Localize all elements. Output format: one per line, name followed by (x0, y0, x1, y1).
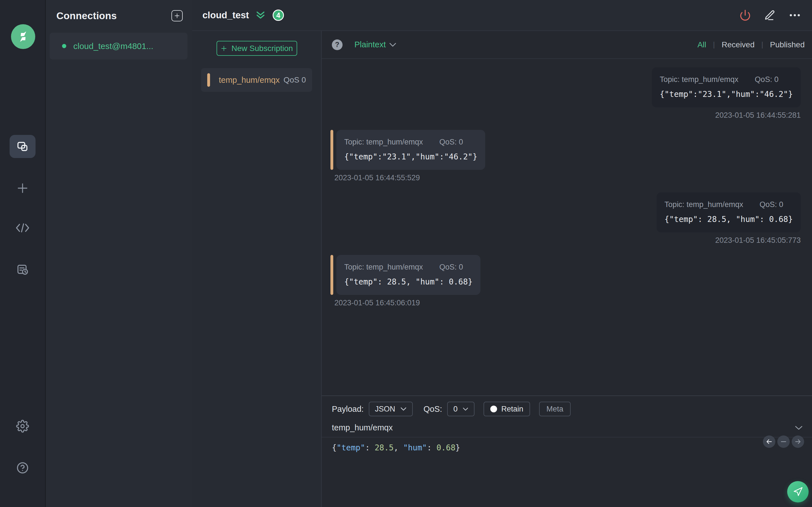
messages-toolbar: ? Plaintext All | Received | (322, 31, 812, 59)
message-format-value: Plaintext (354, 40, 386, 49)
disconnect-button[interactable] (739, 9, 751, 21)
message-topic: Topic: temp_hum/emqx (344, 137, 423, 147)
message-timestamp: 2023-01-05 16:44:55:529 (335, 173, 420, 182)
message-topic: Topic: temp_hum/emqx (660, 75, 739, 84)
filter-published[interactable]: Published (770, 40, 805, 49)
power-icon (739, 9, 751, 21)
sidebar-item-help[interactable] (16, 461, 29, 474)
subscription-color-bar (207, 73, 210, 87)
meta-label: Meta (546, 405, 563, 413)
message-card[interactable]: Topic: temp_hum/emqx QoS: 0 {"temp": 28.… (336, 255, 480, 295)
published-message: Topic: temp_hum/emqx QoS: 0 {"temp": 28.… (331, 192, 801, 245)
payload-token: 0.68 (437, 443, 455, 452)
retain-dot-icon (490, 406, 497, 412)
message-card[interactable]: Topic: temp_hum/emqx QoS: 0 {"temp":"23.… (336, 130, 485, 170)
received-color-bar (331, 130, 333, 170)
icon-sidebar (0, 0, 46, 507)
payload-token: { (332, 443, 337, 452)
ellipsis-icon (789, 9, 801, 21)
payload-token: } (455, 443, 460, 452)
payload-format-value: JSON (375, 405, 395, 413)
chevron-down-icon (463, 407, 468, 411)
message-timestamp: 2023-01-05 16:44:55:281 (715, 111, 801, 120)
payload-format-select[interactable]: JSON (369, 402, 413, 416)
connections-title: Connections (56, 10, 117, 21)
qos-value: 0 (453, 405, 458, 413)
qos-select[interactable]: 0 (447, 402, 474, 416)
subscription-item[interactable]: temp_hum/emqx QoS 0 (201, 68, 312, 92)
published-message: Topic: temp_hum/emqx QoS: 0 {"temp":"23.… (331, 67, 801, 120)
edit-connection-button[interactable] (764, 9, 776, 21)
collapse-connection-icon[interactable] (256, 11, 265, 20)
connection-name: cloud_test@m4801... (73, 41, 153, 51)
message-format-select[interactable]: Plaintext (354, 40, 396, 49)
payload-format-label: Payload: (332, 404, 364, 414)
sidebar-item-settings[interactable] (16, 420, 29, 433)
plus-icon (174, 13, 180, 19)
main-panel: cloud_test 4 (192, 0, 812, 507)
connection-title: cloud_test (202, 10, 249, 20)
history-next-button[interactable] (792, 436, 804, 448)
edit-pencil-icon (764, 9, 776, 21)
message-qos: QoS: 0 (439, 262, 463, 272)
message-qos: QoS: 0 (760, 200, 783, 209)
collapse-editor-icon[interactable] (795, 425, 803, 431)
message-payload: {"temp": 28.5, "hum": 0.68} (665, 214, 793, 225)
sidebar-item-log[interactable] (16, 263, 29, 276)
message-filters: All | Received | Published (698, 40, 805, 49)
history-prev-button[interactable] (763, 436, 775, 448)
new-subscription-label: New Subscription (232, 44, 293, 53)
new-connection-icon (16, 182, 29, 194)
plus-icon (220, 45, 227, 52)
message-list: Topic: temp_hum/emqx QoS: 0 {"temp":"23.… (322, 59, 812, 395)
received-message: Topic: temp_hum/emqx QoS: 0 {"temp":"23.… (331, 130, 801, 182)
connection-header: cloud_test 4 (192, 0, 812, 31)
send-message-button[interactable] (787, 481, 809, 503)
message-timestamp: 2023-01-05 16:45:06:019 (335, 298, 420, 307)
message-payload: {"temp": 28.5, "hum": 0.68} (344, 276, 472, 288)
connection-list-item[interactable]: cloud_test@m4801... (50, 33, 188, 59)
qos-label: QoS: (423, 404, 442, 414)
message-card[interactable]: Topic: temp_hum/emqx QoS: 0 {"temp":"23.… (652, 67, 801, 107)
connected-status-dot (62, 44, 66, 48)
sidebar-item-script[interactable] (15, 222, 30, 234)
add-connection-button[interactable] (171, 10, 183, 21)
received-message: Topic: temp_hum/emqx QoS: 0 {"temp": 28.… (331, 255, 801, 307)
message-payload: {"temp":"23.1","hum":"46.2"} (660, 89, 793, 100)
message-timestamp: 2023-01-05 16:45:05:773 (715, 236, 801, 245)
sidebar-item-new-connection[interactable] (16, 182, 29, 194)
message-topic: Topic: temp_hum/emqx (665, 200, 743, 209)
subscriptions-column: New Subscription temp_hum/emqx QoS 0 (192, 31, 322, 507)
payload-token: "hum" (403, 443, 427, 452)
message-count-badge: 4 (273, 10, 284, 21)
message-topic: Topic: temp_hum/emqx (344, 262, 423, 272)
meta-button[interactable]: Meta (539, 402, 571, 416)
subscription-qos: QoS 0 (284, 75, 306, 84)
send-plane-icon (793, 487, 803, 497)
filter-all[interactable]: All (698, 40, 706, 49)
payload-token: , (394, 443, 403, 452)
payload-help-icon[interactable]: ? (332, 40, 343, 50)
retain-toggle[interactable]: Retain (484, 402, 530, 416)
help-icon (16, 461, 29, 474)
retain-label: Retain (501, 405, 523, 413)
more-options-button[interactable] (789, 9, 801, 21)
chevron-down-icon (400, 407, 407, 411)
payload-token: : (365, 443, 375, 452)
payload-token: 28.5 (375, 443, 394, 452)
message-card[interactable]: Topic: temp_hum/emqx QoS: 0 {"temp": 28.… (657, 192, 801, 232)
settings-icon (16, 420, 29, 433)
script-icon (15, 222, 30, 234)
publish-topic-input[interactable]: temp_hum/emqx (332, 423, 393, 432)
message-payload: {"temp":"23.1","hum":"46.2"} (344, 151, 477, 163)
publish-payload-editor[interactable]: {"temp": 28.5, "hum": 0.68} (322, 438, 812, 458)
connections-icon (16, 140, 29, 153)
history-navigation (763, 436, 804, 448)
filter-received[interactable]: Received (722, 40, 755, 49)
payload-token: : (427, 443, 437, 452)
sidebar-item-connections[interactable] (10, 135, 36, 158)
new-subscription-button[interactable]: New Subscription (216, 41, 297, 56)
history-clear-button[interactable] (777, 436, 790, 448)
connections-panel: Connections cloud_test@m4801... (46, 0, 192, 507)
messages-column: ? Plaintext All | Received | (322, 31, 812, 507)
